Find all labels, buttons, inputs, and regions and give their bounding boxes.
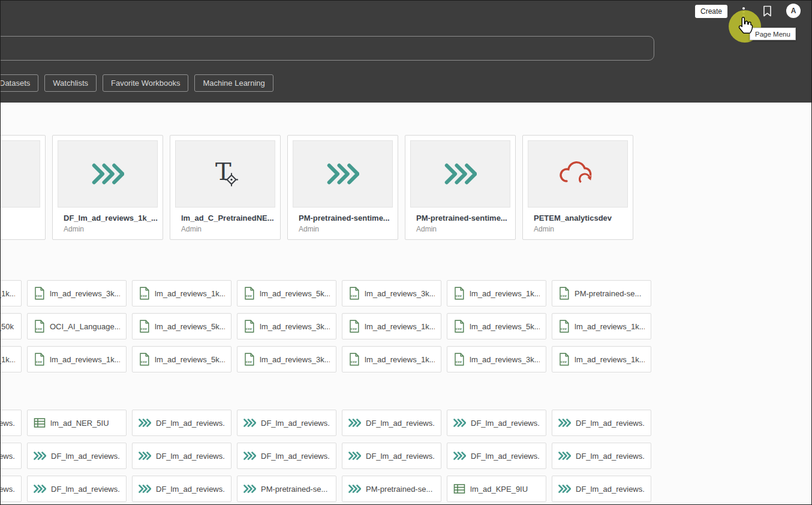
dataflow-tile[interactable]: csv DF_lm_ad_reviews...: [447, 410, 546, 436]
dataflow-tile[interactable]: csv DF_lm_ad_reviews...: [132, 476, 231, 502]
card-preview: T: [293, 140, 393, 208]
csv-file-icon: csv: [453, 320, 465, 333]
dataset-tile[interactable]: csv lm_ad_reviews_1k...: [0, 346, 22, 372]
dataflow-chevrons-icon: [453, 452, 466, 460]
tile-label: lm_ad_reviews_5k...: [470, 322, 540, 331]
svg-text:csv: csv: [36, 359, 43, 363]
dataflow-tile[interactable]: csv DF_lm_ad_reviews...: [27, 476, 127, 502]
dataset-tile[interactable]: csv lm_ad_reviews_50k: [0, 313, 22, 339]
dataflow-tile[interactable]: csv PM-pretrained-se...: [237, 476, 336, 502]
dataflow-tile[interactable]: csv DF_lm_ad_reviews...: [552, 443, 651, 469]
tile-label: DF_lm_ad_reviews...: [261, 419, 330, 428]
filter-chip[interactable]: Machine Learning: [194, 74, 273, 92]
tile-label: lm_ad_reviews_1k...: [470, 289, 540, 298]
dataset-tile[interactable]: csv lm_ad_reviews_1k...: [27, 346, 127, 372]
filter-chip[interactable]: Watchlists: [44, 74, 97, 92]
tile-label: DF_lm_ad_reviews...: [576, 452, 645, 461]
dataflow-chevrons-icon: [34, 452, 46, 460]
dataflow-tile[interactable]: csv DF_lm_ad_reviews...: [27, 443, 127, 469]
dataset-tile[interactable]: csv lm_ad_reviews_5k...: [237, 280, 336, 306]
dataflow-tile-row: csv DF_lm_ad_reviews... csv: [1, 443, 651, 469]
workbook-card[interactable]: T PETEM_analyticsd: [522, 135, 633, 240]
card-meta: lm_ad_C_PretrainedNE... Admin: [175, 208, 275, 233]
filter-chip[interactable]: Favorite Workbooks: [103, 74, 188, 92]
tile-label: OCI_AI_Language...: [50, 322, 120, 331]
dataset-tile[interactable]: csv PM-pretrained-se...: [552, 280, 651, 306]
avatar-button[interactable]: A: [786, 4, 801, 18]
workbook-card[interactable]: T PM-pretrained-se: [287, 135, 398, 240]
card-preview: T: [58, 140, 158, 208]
filter-chip[interactable]: Datasets: [0, 74, 38, 92]
tile-label: PM-pretrained-se...: [366, 485, 432, 494]
csv-file-icon: csv: [558, 287, 570, 300]
dataset-tile[interactable]: csv lm_ad_reviews_1k...: [0, 280, 22, 306]
dataset-tile[interactable]: csv lm_ad_reviews_5k...: [132, 346, 231, 372]
card-subtitle: Admin: [534, 225, 628, 233]
workbook-card[interactable]: T: [0, 135, 46, 240]
dataflow-tile[interactable]: csv DF_lm_ad_reviews...: [132, 410, 231, 436]
dataflow-tile[interactable]: csv DF_lm_ad_reviews...: [132, 443, 231, 469]
card-subtitle: Admin: [299, 225, 393, 233]
csv-file-icon: csv: [139, 287, 150, 300]
workbook-card[interactable]: T lm_ad_C_Pretrain: [170, 135, 281, 240]
dataset-tile[interactable]: csv lm_ad_reviews_5k...: [447, 313, 546, 339]
dataset-tile[interactable]: csv OCI_AI_Language...: [27, 313, 127, 339]
dataflow-chevrons-icon: [348, 419, 361, 427]
dataflow-tile[interactable]: csv DF_lm_ad_reviews...: [0, 476, 22, 502]
svg-text:csv: csv: [141, 359, 148, 363]
dataflow-tile[interactable]: csv lm_ad_NER_5IU: [27, 410, 127, 436]
card-meta: PM-pretrained-sentime... Admin: [410, 208, 510, 233]
svg-text:csv: csv: [141, 326, 148, 330]
svg-text:csv: csv: [456, 359, 462, 363]
table-data-icon: [453, 483, 465, 495]
dataset-tile[interactable]: csv lm_ad_reviews_3k...: [27, 280, 127, 306]
dataset-tile[interactable]: csv lm_ad_reviews_3k...: [237, 346, 336, 372]
dataflow-tile[interactable]: csv DF_lm_ad_reviews...: [342, 410, 441, 436]
tile-label: PM-pretrained-se...: [575, 289, 641, 298]
svg-text:csv: csv: [351, 359, 357, 363]
dataflow-tile[interactable]: csv DF_lm_ad_reviews...: [552, 476, 651, 502]
tile-label: DF_lm_ad_reviews...: [576, 485, 645, 494]
dataflow-chevrons-icon: [243, 419, 256, 427]
dataset-tile[interactable]: csv lm_ad_reviews_1k...: [132, 280, 231, 306]
dataflow-tile[interactable]: csv lm_ad_KPE_9IU: [447, 476, 546, 502]
svg-text:csv: csv: [36, 326, 43, 330]
dataflow-tile[interactable]: csv DF_lm_ad_reviews...: [237, 410, 336, 436]
workbook-card[interactable]: T DF_lm_ad_reviews: [52, 135, 163, 240]
dataset-tile[interactable]: csv lm_ad_reviews_3k...: [342, 280, 441, 306]
dataflow-tile[interactable]: csv DF_lm_ad_reviews...: [0, 443, 22, 469]
svg-text:csv: csv: [456, 326, 462, 330]
dataset-tile[interactable]: csv lm_ad_reviews_3k...: [237, 313, 336, 339]
svg-text:csv: csv: [561, 326, 567, 330]
tile-label: lm_ad_NER_5IU: [50, 419, 109, 428]
dataset-tile[interactable]: csv lm_ad_reviews_1k...: [552, 313, 651, 339]
card-preview: T: [175, 140, 275, 208]
filter-chips-row: DatasetsWatchlistsFavorite WorkbooksMach…: [1, 74, 273, 92]
dataflow-tile[interactable]: csv DF_lm_ad_reviews...: [447, 443, 546, 469]
dataflow-chevrons-icon: [348, 452, 361, 460]
dataflow-chevrons-icon: [139, 452, 151, 460]
bookmark-button[interactable]: [763, 5, 772, 19]
dataset-tile[interactable]: csv lm_ad_reviews_1k...: [447, 280, 546, 306]
workbook-card[interactable]: T PM-pretrained-se: [405, 135, 516, 240]
dataset-tile[interactable]: csv lm_ad_reviews_1k...: [342, 313, 441, 339]
create-button[interactable]: Create: [695, 5, 727, 18]
dataset-tile[interactable]: csv lm_ad_reviews_5k...: [132, 313, 231, 339]
dataset-tile[interactable]: csv lm_ad_reviews_1k...: [552, 346, 651, 372]
tile-label: lm_ad_reviews_50k: [0, 322, 14, 331]
search-input[interactable]: [0, 36, 654, 61]
csv-file-icon: csv: [558, 320, 570, 333]
dataflow-tile[interactable]: csv DF_lm_ad_reviews...: [552, 410, 651, 436]
dataflow-tile[interactable]: csv DF_lm_ad_reviews...: [342, 443, 441, 469]
csv-file-icon: csv: [453, 287, 465, 300]
dataflow-tile[interactable]: csv PM-pretrained-se...: [342, 476, 441, 502]
svg-text:csv: csv: [351, 293, 357, 297]
table-data-icon: [34, 417, 46, 429]
hand-cursor: [738, 16, 754, 35]
csv-file-icon: csv: [243, 320, 255, 333]
dataset-tile[interactable]: csv lm_ad_reviews_1k...: [342, 346, 441, 372]
dataset-tile[interactable]: csv lm_ad_reviews_3k...: [447, 346, 546, 372]
dataflow-tile[interactable]: csv DF_lm_ad_reviews...: [0, 410, 22, 436]
dataflow-tile[interactable]: csv DF_lm_ad_reviews...: [237, 443, 336, 469]
dataflow-chevrons-icon: [558, 452, 571, 460]
